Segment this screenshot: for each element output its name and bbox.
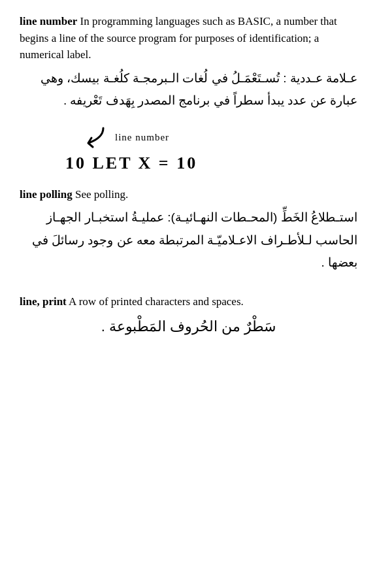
diagram-code: 10 LET X = 10 (59, 154, 197, 173)
entry-text-line-polling: line polling See polling. (20, 186, 357, 203)
diagram-arrow-icon (78, 125, 111, 151)
term-line-polling: line polling (20, 188, 73, 201)
diagram-label-row: line number (78, 125, 169, 151)
entry-line-print: line, print A row of printed characters … (20, 293, 357, 340)
diagram-area: line number 10 LET X = 10 (59, 125, 357, 173)
entry-line-polling: line polling See polling. استـطلاعُ الخَ… (20, 186, 357, 274)
arabic-line-number: عـلامة عـددية : تُسـتَعْمَـلُ في لُغات ا… (20, 67, 357, 112)
term-line-print: line, print (20, 295, 67, 308)
diagram-label-text: line number (115, 132, 169, 143)
entry-text-line-number: line number In programming languages suc… (20, 13, 357, 63)
arabic-line-print: سَطْرٌ من الحُروف المَطْبوعة . (20, 314, 357, 340)
spacer (20, 284, 357, 291)
term-line-number: line number (20, 15, 77, 27)
entry-text-line-print: line, print A row of printed characters … (20, 293, 357, 310)
entry-line-number: line number In programming languages suc… (20, 13, 357, 112)
diagram-code-text: 10 LET X = 10 (65, 154, 197, 172)
definition-line-polling: See polling. (73, 188, 128, 201)
definition-line-print: A row of printed characters and spaces. (67, 295, 244, 308)
arabic-line-polling: استـطلاعُ الخَطِّ (المحـطات النهـائيـة):… (20, 206, 357, 274)
